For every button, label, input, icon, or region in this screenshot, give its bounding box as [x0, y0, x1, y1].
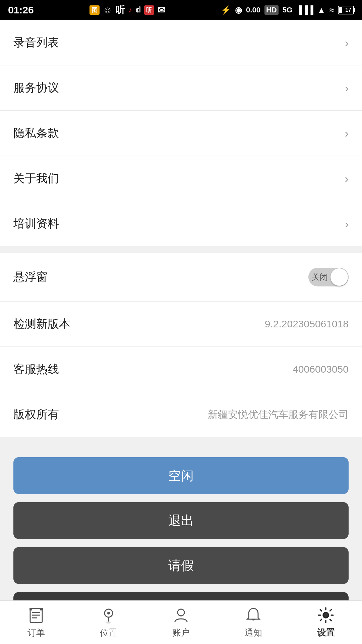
- float-window-toggle-container[interactable]: 关闭: [308, 268, 349, 286]
- about-us-item[interactable]: 关于我们 ›: [0, 156, 362, 201]
- svg-point-8: [106, 622, 111, 624]
- privacy-terms-item[interactable]: 隐私条款 ›: [0, 111, 362, 156]
- float-window-toggle[interactable]: 关闭: [308, 268, 349, 286]
- email-icon: ✉: [158, 5, 165, 16]
- float-window-label: 悬浮窗: [13, 269, 48, 285]
- location-status-icon: ◉: [235, 5, 242, 15]
- svg-rect-5: [40, 608, 43, 610]
- menu-section-1: 录音列表 › 服务协议 › 隐私条款 › 关于我们 › 培训资料 ›: [0, 20, 362, 246]
- status-badge-1: 图: [89, 5, 100, 15]
- float-window-item: 悬浮窗 关闭: [0, 253, 362, 302]
- signal-icon: ▐▐▐: [296, 5, 313, 15]
- tiktok-icon: ♪: [128, 6, 132, 14]
- account-label: 账户: [172, 627, 190, 639]
- wifi-2-icon: ≈: [329, 5, 334, 15]
- account-icon: [172, 606, 190, 624]
- training-materials-chevron: ›: [345, 217, 349, 230]
- svg-point-10: [323, 612, 328, 618]
- nav-notifications[interactable]: 通知: [217, 606, 290, 639]
- settings-nav-icon: [317, 606, 335, 624]
- copyright-item: 版权所有 新疆安悦优佳汽车服务有限公司: [0, 392, 362, 437]
- recording-list-chevron: ›: [345, 36, 349, 49]
- orders-label: 订单: [27, 627, 45, 639]
- logout-button[interactable]: 退出: [13, 502, 349, 539]
- toggle-knob: [330, 268, 348, 286]
- recording-list-label: 录音列表: [13, 35, 59, 50]
- nav-settings[interactable]: 设置: [290, 606, 362, 639]
- service-agreement-chevron: ›: [345, 82, 349, 95]
- status-badge-red: 听: [144, 5, 154, 15]
- location-label: 位置: [100, 627, 117, 639]
- status-right: ⚡ ◉ 0.00 HD 5G ▐▐▐ ▲ ≈ 17: [221, 5, 354, 15]
- location-icon: [100, 606, 118, 624]
- svg-rect-4: [29, 608, 32, 610]
- settings-section: 悬浮窗 关闭 检测新版本 9.2.202305061018 客服热线 40060…: [0, 253, 362, 437]
- copyright-label: 版权所有: [13, 407, 59, 422]
- leave-button[interactable]: 请假: [13, 547, 349, 584]
- bluetooth-icon: ⚡: [221, 5, 231, 15]
- service-agreement-label: 服务协议: [13, 80, 59, 96]
- notifications-label: 通知: [245, 627, 262, 639]
- service-agreement-item[interactable]: 服务协议 ›: [0, 65, 362, 111]
- hd-badge: HD: [264, 5, 279, 15]
- 5g-badge: 5G: [283, 6, 292, 14]
- svg-point-7: [107, 612, 110, 614]
- battery-fill: [339, 7, 342, 13]
- settings-label: 设置: [317, 627, 335, 639]
- orders-icon: [27, 606, 45, 624]
- hotline-label: 客服热线: [13, 362, 59, 377]
- privacy-terms-chevron: ›: [345, 127, 349, 140]
- main-content: 录音列表 › 服务协议 › 隐私条款 › 关于我们 › 培训资料 › 悬浮窗 关…: [0, 20, 362, 644]
- nav-account[interactable]: 账户: [145, 606, 217, 639]
- bottom-nav: 订单 位置 账户 通知: [0, 600, 362, 644]
- status-icon-2: ☺: [103, 5, 113, 15]
- idle-button[interactable]: 空闲: [13, 457, 349, 494]
- status-icon-3: 听: [116, 4, 125, 16]
- status-icons: 图 ☺ 听 ♪ 𝕕 听 ✉: [89, 4, 166, 16]
- about-us-label: 关于我们: [13, 171, 59, 186]
- recording-list-item[interactable]: 录音列表 ›: [0, 20, 362, 65]
- version-value: 9.2.202305061018: [265, 318, 349, 330]
- privacy-terms-label: 隐私条款: [13, 125, 59, 141]
- nav-location[interactable]: 位置: [72, 606, 145, 639]
- battery-level: 17: [345, 7, 351, 13]
- nav-orders[interactable]: 订单: [0, 606, 72, 639]
- status-time: 01:26: [8, 4, 34, 16]
- speed-icon: 0.00: [246, 6, 260, 14]
- svg-point-9: [178, 609, 184, 616]
- training-materials-item[interactable]: 培训资料 ›: [0, 201, 362, 246]
- toggle-label: 关闭: [312, 272, 328, 282]
- status-bar: 01:26 图 ☺ 听 ♪ 𝕕 听 ✉ ⚡ ◉ 0.00 HD 5G ▐▐▐ ▲…: [0, 0, 362, 20]
- version-item[interactable]: 检测新版本 9.2.202305061018: [0, 302, 362, 347]
- tiktok-2-icon: 𝕕: [135, 6, 141, 14]
- hotline-value: 4006003050: [293, 364, 349, 375]
- training-materials-label: 培训资料: [13, 216, 59, 231]
- hotline-item: 客服热线 4006003050: [0, 347, 362, 392]
- about-us-chevron: ›: [345, 172, 349, 185]
- battery-indicator: 17: [338, 6, 354, 14]
- notifications-icon: [244, 606, 262, 624]
- wifi-icon: ▲: [317, 5, 325, 15]
- copyright-value: 新疆安悦优佳汽车服务有限公司: [208, 408, 349, 422]
- version-label: 检测新版本: [13, 316, 70, 332]
